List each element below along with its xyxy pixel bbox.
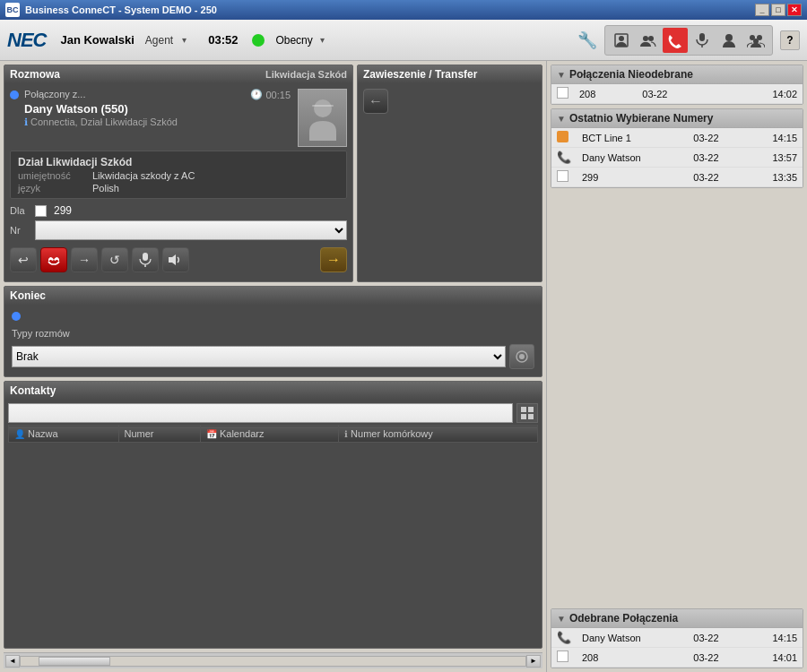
app-icon: BC [5,3,20,17]
team-icon[interactable] [743,28,768,53]
mic-toolbar-icon[interactable] [690,28,715,53]
call-timer-row: 🕐 00:15 [250,89,291,100]
speaker-button[interactable] [162,247,189,272]
kontakty-header-row: 👤 Nazwa Numer 📅 Kalendarz ℹ [9,426,538,443]
svg-point-16 [519,354,525,359]
polaczenia-nieodebrane-table: 208 03-22 14:02 [551,84,803,104]
row-name: Dany Watson [577,148,688,168]
mic-button[interactable] [132,247,159,272]
nr-select[interactable] [35,220,347,240]
svg-rect-18 [528,407,534,412]
maximize-button[interactable]: □ [771,4,785,16]
contacts-icon[interactable] [609,28,634,53]
person-icon[interactable] [716,28,742,53]
collapse-icon-1[interactable]: ▼ [557,70,566,80]
kontakty-search-input[interactable] [8,403,513,423]
kontakty-grid-button[interactable] [516,403,538,423]
status-dropdown-icon[interactable]: ▾ [320,35,325,45]
scroll-left-button[interactable]: ◄ [5,655,20,668]
koniec-content: Typy rozmów Brak [4,305,542,376]
row-date: 03-22 [637,84,720,104]
odebrane-polaczenia-title: Odebrane Połączenia [569,612,678,625]
svg-point-6 [725,34,733,41]
row-time: 14:15 [746,628,803,648]
phone-red-icon: 📞 [557,151,571,164]
koniec-status-dot [12,312,21,321]
phone-active-icon[interactable] [663,28,688,53]
caller-company: ℹ Connectia, Dział Likwidacji Szkód [24,116,291,128]
table-row[interactable]: 208 03-22 14:02 [551,84,803,104]
zawieszenie-title: Zawieszenie / Transfer [363,68,477,81]
kontakty-table-body [9,443,538,644]
window-title: Business ConneCT - System DEMO - 250 [25,4,755,15]
kontakty-search-row [8,403,538,423]
row-date: 03-22 [688,648,745,668]
zawieszenie-content: ← [358,83,542,119]
row-checkbox[interactable] [557,650,568,662]
typy-rozmow-select[interactable]: Brak [12,346,506,367]
svg-point-10 [314,99,332,117]
typy-icon-button[interactable] [509,344,534,369]
forward-button[interactable]: → [71,247,98,272]
dla-checkbox[interactable] [35,205,47,217]
row-date: 03-22 [688,128,745,148]
col-kalendarz: 📅 Kalendarz [200,426,338,443]
rozmowa-content: Połączony z... 🕐 00:15 Dany Watson (550)… [4,83,352,281]
col-numer: Numer [118,426,200,443]
row-name: 208 [574,84,637,104]
row-time: 14:02 [720,84,803,104]
hangup-button[interactable] [40,247,67,272]
table-row[interactable]: 📞 Dany Watson 03-22 14:15 [551,628,803,648]
kontakty-table: 👤 Nazwa Numer 📅 Kalendarz ℹ [8,425,538,644]
odebrane-polaczenia-table: 📞 Dany Watson 03-22 14:15 208 03-22 14:0… [551,628,803,668]
typy-label: Typy rozmów [12,328,534,339]
svg-rect-17 [521,407,526,412]
scrollbar-thumb[interactable] [39,657,110,666]
table-row[interactable]: 208 03-22 14:01 [551,648,803,668]
toolbar-time: 03:52 [208,33,238,47]
table-row[interactable]: 📞 Dany Watson 03-22 13:57 [551,148,803,168]
caller-name: Dany Watson (550) [24,102,291,116]
odebrane-polaczenia-section: ▼ Odebrane Połączenia 📞 Dany Watson 03-2… [551,608,803,668]
help-button[interactable]: ? [780,30,800,50]
nr-row: Nr [10,220,347,240]
scroll-right-button[interactable]: ► [526,655,541,668]
call-timer: 00:15 [265,90,291,100]
status-dot [252,34,265,47]
rozmowa-subtitle: Likwidacja Szkód [265,69,347,80]
rozmowa-header: Rozmowa Likwidacja Szkód [4,65,352,83]
kontakty-header: Kontakty [4,382,542,400]
call-meta-row-1: język Polish [18,183,339,194]
minimize-button[interactable]: _ [755,4,769,16]
row-checkbox[interactable] [557,87,568,99]
row-date: 03-22 [688,628,745,648]
window-controls: _ □ ✕ [755,4,802,16]
collapse-icon-3[interactable]: ▼ [557,614,566,624]
call-meta-row-0: umiejętność Likwidacja szkody z AC [18,170,339,181]
collapse-icon-2[interactable]: ▼ [557,114,566,124]
refresh-button[interactable]: ↺ [101,247,128,272]
table-row[interactable]: BCT Line 1 03-22 14:15 [551,128,803,148]
row-checkbox[interactable] [557,170,568,182]
group-icon[interactable] [636,28,661,53]
nr-label: Nr [10,225,28,236]
row-date: 03-22 [688,148,745,168]
toolbar-action-icons [604,25,773,56]
row-name: 208 [577,648,688,668]
transfer-arrow-button[interactable]: → [320,247,347,272]
call-buttons: ↩ → ↺ → [10,244,347,276]
call-meta-title: Dział Likwidacji Szkód [18,156,339,168]
close-button[interactable]: ✕ [787,4,802,16]
calendar-col-icon: 📅 [206,429,217,439]
polaczenia-nieodebrane-title: Połączenia Nieodebrane [569,68,693,81]
transfer-left-button[interactable]: ← [363,89,388,114]
koniec-section: Koniec Typy rozmów Brak [4,286,542,377]
svg-point-2 [643,36,648,41]
call-status-dot [10,90,19,99]
settings-icon[interactable]: 🔧 [577,30,597,50]
role-dropdown-icon[interactable]: ▾ [182,35,187,45]
table-row[interactable]: 299 03-22 13:35 [551,168,803,187]
call-back-button[interactable]: ↩ [10,247,37,272]
bottom-scrollbar: ◄ ► [4,652,542,668]
koniec-header: Koniec [4,287,542,305]
